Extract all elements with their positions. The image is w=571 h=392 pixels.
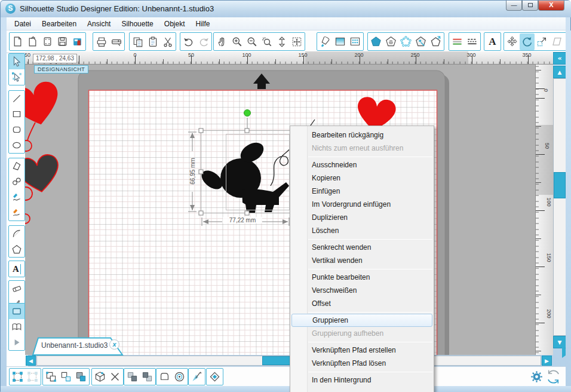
fill-gradient-button[interactable] — [333, 33, 348, 50]
menu-item-bearbeiten-rückgängig[interactable]: Bearbeiten rückgängig — [290, 128, 434, 142]
tab-close-button[interactable]: x — [109, 339, 119, 350]
move-button[interactable] — [505, 33, 520, 50]
menu-item-punkte-bearbeiten[interactable]: Punkte bearbeiten — [290, 271, 434, 284]
minimize-button[interactable]: — — [506, 1, 522, 11]
fill-pattern-button[interactable] — [348, 33, 363, 50]
shape-blob-button[interactable] — [157, 369, 172, 385]
pan-hand-button[interactable] — [214, 33, 229, 50]
menu-item-senkrecht-wenden[interactable]: Senkrecht wenden — [290, 241, 434, 254]
send-to-silhouette-button[interactable] — [109, 33, 124, 50]
copy-button[interactable] — [130, 33, 145, 50]
shape-gradient-button[interactable] — [383, 33, 398, 50]
menu-item-in-den-hintergrund[interactable]: In den Hintergrund — [290, 373, 434, 387]
bring-forward-button[interactable] — [125, 369, 140, 385]
scale-button[interactable] — [535, 33, 549, 50]
menubar-item-bearbeiten[interactable]: Bearbeiten — [36, 18, 82, 30]
text-tool-button[interactable]: A — [9, 261, 24, 277]
zoom-in-button[interactable] — [229, 33, 244, 50]
balloon-red-left[interactable] — [25, 79, 65, 140]
arc-tool-button[interactable] — [9, 226, 24, 241]
ellipse-tool-button[interactable] — [9, 137, 24, 153]
polygon-tool-button[interactable] — [9, 158, 24, 174]
zoom-drag-button[interactable] — [274, 33, 289, 50]
line-color-button[interactable] — [450, 33, 465, 50]
scroll-left-button[interactable]: ◀ — [26, 356, 36, 366]
select-tool-button[interactable] — [9, 54, 24, 69]
line-tool-button[interactable] — [9, 91, 24, 106]
open-document-button[interactable] — [25, 33, 40, 50]
menu-item-gruppieren[interactable]: Gruppieren — [291, 314, 432, 327]
menu-item-kopieren[interactable]: Kopieren — [290, 172, 434, 185]
curve-tool-button[interactable] — [9, 174, 24, 189]
scroll-up-button[interactable]: ▲ — [553, 66, 566, 78]
shear-button[interactable] — [549, 33, 564, 50]
flip-page-button[interactable] — [207, 369, 222, 385]
shape-fill-button[interactable] — [369, 33, 383, 50]
fill-picker-button[interactable] — [189, 369, 204, 385]
rotate-button[interactable] — [520, 33, 535, 50]
zoom-selection-button[interactable] — [259, 33, 274, 50]
menubar-item-ansicht[interactable]: Ansicht — [82, 18, 116, 30]
close-button[interactable]: X — [538, 1, 564, 11]
zoom-out-button[interactable] — [244, 33, 259, 50]
group-button[interactable] — [44, 369, 59, 385]
design-canvas[interactable] — [25, 65, 535, 355]
redo-button[interactable] — [196, 33, 211, 50]
menu-item-verknüpften-pfad-erstellen[interactable]: Verknüpften Pfad erstellen — [290, 344, 434, 357]
menu-item-verschweißen[interactable]: Verschweißen — [290, 284, 434, 297]
collapse-panel-button[interactable]: « — [553, 52, 566, 65]
menu-item-ausschneiden[interactable]: Ausschneiden — [290, 158, 434, 172]
freehand-tool-button[interactable] — [9, 189, 24, 205]
select-all-button[interactable] — [10, 369, 25, 385]
maximize-button[interactable] — [522, 1, 538, 11]
menu-item-im-vordergrund-einfügen[interactable]: Im Vordergrund einfügen — [290, 198, 434, 211]
cut-button[interactable] — [160, 33, 175, 50]
new-document-button[interactable] — [10, 33, 25, 50]
shape-outline-button[interactable] — [428, 33, 443, 50]
offset-button[interactable] — [172, 369, 187, 385]
save-to-library-button[interactable] — [70, 33, 85, 50]
menubar-item-hilfe[interactable]: Hilfe — [190, 18, 215, 30]
menu-item-duplizieren[interactable]: Duplizieren — [290, 211, 434, 224]
smooth-freehand-tool-button[interactable] — [9, 205, 24, 220]
line-style-button[interactable] — [465, 33, 480, 50]
refresh-icon[interactable] — [546, 369, 561, 384]
menubar-item-objekt[interactable]: Objekt — [159, 18, 191, 30]
group-layers-button[interactable] — [73, 369, 88, 385]
regular-polygon-tool-button[interactable] — [9, 241, 24, 257]
vertical-scroll-track[interactable] — [553, 78, 566, 336]
menubar-item-datei[interactable]: Datei — [9, 18, 36, 30]
document-tab-label[interactable]: Unbenannt-1.studio3 — [41, 341, 108, 350]
flat-view-button[interactable] — [9, 304, 24, 319]
shape-pattern-button[interactable] — [413, 33, 428, 50]
menu-item-offset[interactable]: Offset — [290, 297, 434, 310]
scroll-right-button[interactable]: ▶ — [542, 356, 552, 366]
paste-button[interactable] — [145, 33, 160, 50]
save-button[interactable] — [55, 33, 70, 50]
edit-points-tool-button[interactable] — [9, 69, 24, 85]
menu-item-einfügen[interactable]: Einfügen — [290, 185, 434, 198]
open-library-button[interactable] — [40, 33, 55, 50]
deselect-all-button[interactable] — [25, 369, 40, 385]
eraser-tool-button[interactable] — [9, 281, 24, 296]
send-backward-button[interactable] — [140, 369, 155, 385]
print-button[interactable] — [94, 33, 109, 50]
undo-button[interactable] — [181, 33, 196, 50]
library-view-button[interactable] — [9, 319, 24, 335]
menubar-item-silhouette[interactable]: Silhouette — [116, 18, 158, 30]
rectangle-tool-button[interactable] — [9, 106, 24, 122]
weld-button[interactable] — [93, 369, 108, 385]
delete-button[interactable] — [108, 369, 122, 385]
rotation-handle[interactable] — [244, 110, 251, 117]
vertical-scroll-thumb[interactable] — [554, 172, 566, 198]
text-style-button[interactable]: A — [485, 33, 500, 50]
menu-item-löschen[interactable]: Löschen — [290, 224, 434, 237]
rounded-rectangle-tool-button[interactable] — [9, 122, 24, 137]
ungroup-button[interactable] — [59, 369, 73, 385]
fit-to-page-button[interactable] — [289, 33, 304, 50]
menu-item-vertikal-wenden[interactable]: Vertikal wenden — [290, 254, 434, 267]
shape-dots-button[interactable] — [398, 33, 413, 50]
play-button[interactable] — [9, 335, 24, 350]
settings-gear-icon[interactable] — [530, 370, 544, 384]
fill-color-button[interactable] — [318, 33, 333, 50]
